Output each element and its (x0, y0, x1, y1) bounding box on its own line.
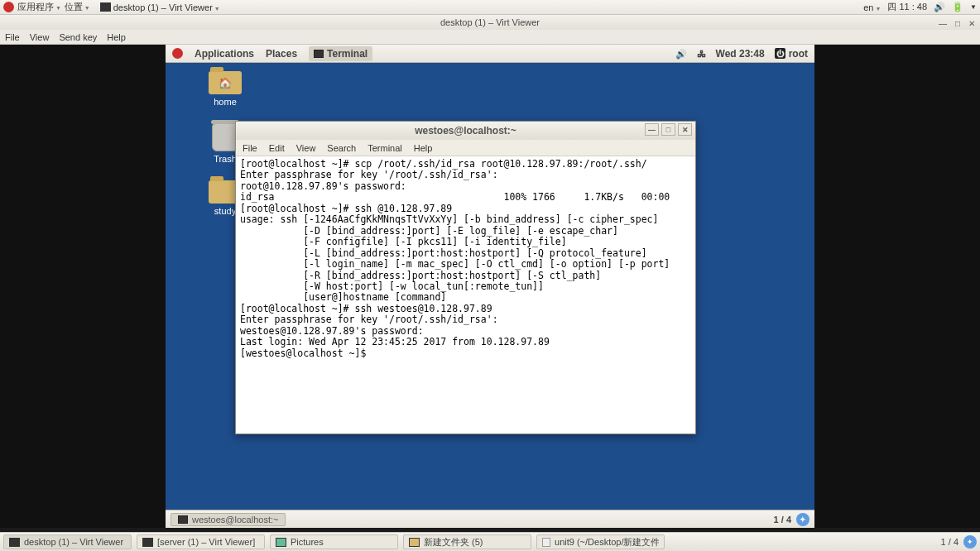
terminal-icon (314, 50, 324, 58)
maximize-button[interactable]: □ (955, 17, 960, 31)
host-window-task[interactable]: desktop (1) – Virt Viewer (100, 2, 220, 12)
terminal-title-text: westoes@localhost:~ (415, 125, 516, 137)
virt-viewer-window: desktop (1) – Virt Viewer — □ ✕ File Vie… (0, 15, 980, 528)
battery-icon[interactable]: 🔋 (952, 2, 963, 12)
fedora-icon (3, 2, 14, 12)
active-app-terminal[interactable]: Terminal (309, 46, 372, 61)
virt-viewer-menubar: File View Send key Help (0, 30, 980, 45)
terminal-titlebar[interactable]: westoes@localhost:~ — □ ✕ (236, 122, 695, 140)
guest-top-panel: Applications Places Terminal Wed 23:48 (166, 45, 814, 63)
terminal-menubar: File Edit View Search Terminal Help (236, 140, 695, 156)
virt-viewer-title: desktop (1) – Virt Viewer (440, 17, 540, 27)
term-minimize-button[interactable]: — (645, 123, 659, 136)
term-menu-search[interactable]: Search (327, 143, 356, 153)
host-workspace: desktop (1) – Virt Viewer — □ ✕ File Vie… (0, 15, 980, 532)
close-button[interactable]: ✕ (968, 17, 975, 31)
host-task-folder5[interactable]: 新建文件夹 (5) (403, 534, 531, 549)
menu-help[interactable]: Help (107, 32, 126, 42)
left-letterbox (0, 45, 166, 528)
network-icon[interactable] (697, 48, 706, 60)
guest-clock[interactable]: Wed 23:48 (716, 48, 765, 60)
rhel-icon (172, 48, 183, 59)
virt-viewer-titlebar[interactable]: desktop (1) – Virt Viewer — □ ✕ (0, 15, 980, 30)
term-menu-edit[interactable]: Edit (269, 143, 285, 153)
user-menu[interactable]: root (775, 48, 808, 60)
virt-viewer-icon (9, 538, 20, 547)
term-maximize-button[interactable]: □ (661, 123, 675, 136)
host-places-menu[interactable]: 位置 (65, 1, 90, 13)
host-lang-indicator[interactable]: en (863, 2, 881, 12)
host-workspace-icon[interactable]: ✦ (963, 535, 977, 549)
folder-icon (409, 538, 420, 547)
gedit-icon (542, 538, 550, 547)
desktop-icon-home[interactable]: home (200, 71, 250, 107)
guest-applications-menu[interactable]: Applications (195, 48, 254, 60)
guest-workspace-label: 1 / 4 (774, 515, 791, 525)
virt-viewer-icon (142, 538, 153, 547)
host-task-server-virt[interactable]: [server (1) – Virt Viewer] (137, 534, 265, 549)
workspace-switcher-icon[interactable]: ✦ (796, 513, 809, 526)
menu-sendkey[interactable]: Send key (59, 32, 97, 42)
host-applications-menu[interactable]: 应用程序 (17, 1, 61, 13)
speaker-icon[interactable] (675, 48, 687, 60)
terminal-output[interactable]: [root@localhost ~]# scp /root/.ssh/id_rs… (236, 156, 695, 434)
term-menu-file[interactable]: File (243, 143, 257, 153)
power-icon (775, 48, 785, 59)
host-task-pictures[interactable]: Pictures (270, 534, 398, 549)
guest-bottom-panel: westoes@localhost:~ 1 / 4 ✦ (166, 510, 814, 528)
term-menu-terminal[interactable]: Terminal (368, 143, 402, 153)
guest-places-menu[interactable]: Places (266, 48, 297, 60)
guest-desktop[interactable]: Applications Places Terminal Wed 23:48 (166, 45, 814, 528)
term-close-button[interactable]: ✕ (678, 123, 692, 136)
host-task-unit9[interactable]: unit9 (~/Desktop/新建文件夹 (5)) … (536, 534, 665, 549)
host-workspace-label: 1 / 4 (941, 537, 958, 547)
virt-viewer-icon (100, 2, 111, 12)
host-top-panel: 应用程序 位置 desktop (1) – Virt Viewer en 四 1… (0, 0, 980, 15)
panel-dropdown[interactable]: ▼ (970, 3, 977, 11)
menu-file[interactable]: File (5, 32, 20, 42)
terminal-window[interactable]: westoes@localhost:~ — □ ✕ File Edit View… (235, 121, 696, 434)
right-letterbox (814, 45, 980, 528)
terminal-icon (178, 515, 188, 524)
term-menu-view[interactable]: View (296, 143, 316, 153)
virt-viewer-content: Applications Places Terminal Wed 23:48 (0, 45, 980, 528)
menu-view[interactable]: View (30, 32, 50, 42)
home-folder-icon (209, 71, 242, 94)
volume-icon[interactable]: 🔊 (934, 2, 945, 12)
pictures-folder-icon (276, 538, 286, 547)
guest-task-terminal[interactable]: westoes@localhost:~ (171, 513, 286, 526)
host-clock: 四 11 : 48 (887, 1, 927, 13)
term-menu-help[interactable]: Help (414, 143, 433, 153)
minimize-button[interactable]: — (939, 17, 947, 31)
host-task-desktop-virt[interactable]: desktop (1) – Virt Viewer (3, 534, 132, 549)
host-bottom-panel: desktop (1) – Virt Viewer [server (1) – … (0, 532, 980, 551)
